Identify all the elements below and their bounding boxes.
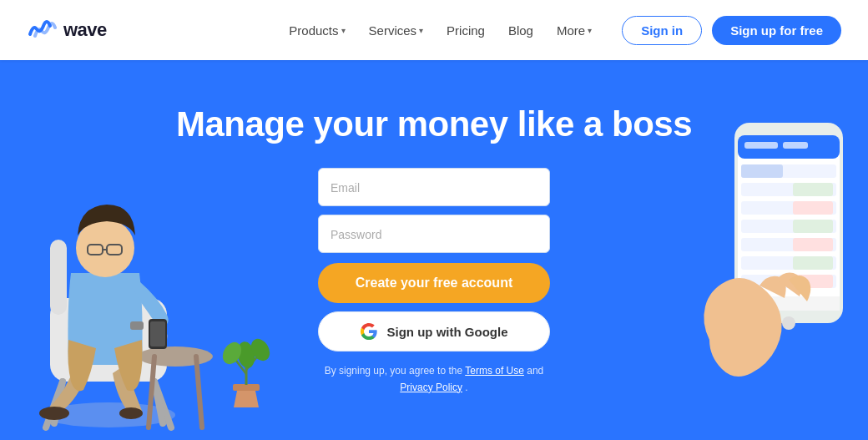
signin-button[interactable]: Sign in	[622, 16, 702, 45]
svg-rect-32	[741, 164, 783, 178]
signup-button[interactable]: Sign up for free	[712, 16, 841, 45]
nav-more[interactable]: More ▾	[547, 18, 602, 43]
logo-icon	[27, 18, 57, 43]
google-signup-button[interactable]: Sign up with Google	[318, 311, 550, 351]
svg-rect-40	[793, 238, 833, 251]
logo-text: wave	[63, 19, 107, 41]
svg-rect-42	[793, 256, 833, 270]
email-input[interactable]	[318, 168, 550, 206]
svg-rect-18	[130, 321, 144, 330]
svg-point-10	[39, 407, 69, 420]
svg-rect-38	[793, 220, 833, 233]
hero-section: Manage your money like a boss Create you…	[0, 60, 868, 440]
nav-actions: Sign in Sign up for free	[622, 16, 841, 45]
privacy-link[interactable]: Privacy Policy	[400, 382, 462, 393]
hero-title: Manage your money like a boss	[176, 104, 692, 144]
nav-blog[interactable]: Blog	[498, 18, 543, 43]
create-account-button[interactable]: Create your free account	[318, 263, 550, 303]
svg-rect-29	[744, 142, 778, 149]
terms-text: By signing up, you agree to the Terms of…	[318, 363, 550, 395]
svg-point-11	[119, 407, 143, 419]
terms-link[interactable]: Terms of Use	[465, 365, 524, 377]
nav-pricing[interactable]: Pricing	[437, 18, 495, 43]
navbar: wave Products ▾ Services ▾ Pricing Blog …	[0, 0, 868, 60]
nav-links: Products ▾ Services ▾ Pricing Blog More …	[279, 18, 602, 43]
google-icon	[360, 322, 378, 341]
signup-form: Create your free account Sign up with Go…	[318, 168, 550, 395]
svg-rect-36	[793, 201, 833, 215]
svg-rect-34	[793, 183, 833, 196]
phone-illustration	[684, 89, 868, 440]
svg-rect-2	[50, 240, 67, 315]
logo[interactable]: wave	[27, 18, 107, 43]
svg-point-46	[782, 316, 795, 330]
svg-rect-17	[150, 321, 165, 346]
nav-products[interactable]: Products ▾	[279, 18, 355, 43]
more-chevron-icon: ▾	[588, 26, 592, 35]
svg-rect-30	[783, 142, 808, 149]
services-chevron-icon: ▾	[419, 26, 423, 35]
nav-services[interactable]: Services ▾	[359, 18, 434, 43]
products-chevron-icon: ▾	[341, 26, 346, 35]
hero-content: Manage your money like a boss Create you…	[176, 104, 692, 395]
password-input[interactable]	[318, 215, 550, 253]
